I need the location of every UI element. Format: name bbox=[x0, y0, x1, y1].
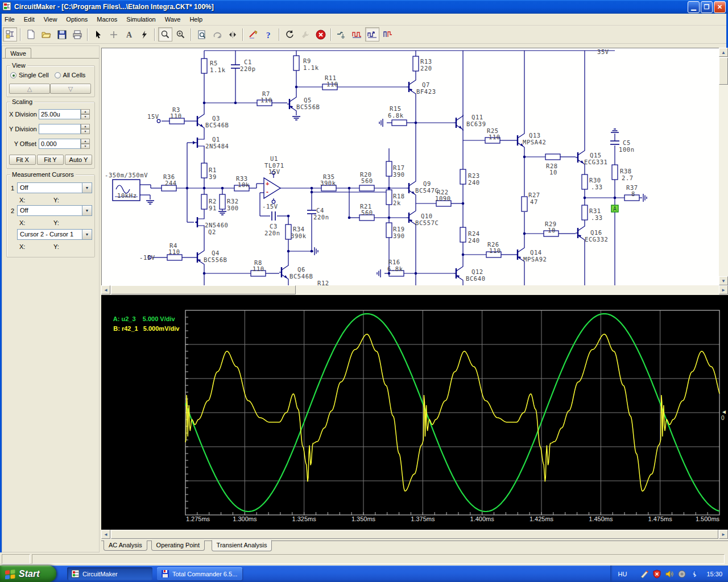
junction[interactable] bbox=[584, 197, 586, 199]
ground-symbol[interactable] bbox=[218, 211, 226, 215]
tab-transient-analysis[interactable]: Transient Analysis bbox=[212, 540, 272, 551]
menu-wave[interactable]: Wave bbox=[160, 14, 185, 24]
junction[interactable] bbox=[287, 215, 290, 218]
reset-button[interactable] bbox=[283, 27, 297, 41]
resistor[interactable] bbox=[582, 174, 588, 189]
tray-device-icon[interactable] bbox=[677, 569, 686, 579]
language-indicator[interactable]: HU bbox=[618, 571, 627, 577]
junction[interactable] bbox=[203, 187, 206, 190]
scroll-right-arrow[interactable]: ► bbox=[719, 285, 728, 294]
y-offset-input[interactable]: 0.000 bbox=[39, 139, 81, 149]
y-offset-spinner[interactable]: ▲▼ bbox=[81, 139, 90, 149]
auto-y-button[interactable]: Auto Y bbox=[65, 155, 92, 165]
waveform-horizontal-scrollbar[interactable]: ◄ ► bbox=[101, 530, 728, 539]
zoom-tool-button[interactable] bbox=[158, 27, 172, 41]
junction[interactable] bbox=[186, 187, 189, 190]
task-circuitmaker[interactable]: CircuitMaker bbox=[67, 567, 152, 580]
ground-symbol[interactable] bbox=[377, 269, 380, 277]
resistor[interactable] bbox=[386, 161, 392, 176]
menu-view[interactable]: View bbox=[39, 14, 62, 24]
ground-symbol[interactable] bbox=[146, 201, 154, 204]
scroll-left-arrow[interactable]: ◄ bbox=[101, 285, 110, 294]
junction[interactable] bbox=[388, 217, 391, 219]
schematic-vertical-scrollbar[interactable]: ▲ ▼ bbox=[719, 48, 728, 285]
resistor[interactable] bbox=[392, 120, 407, 126]
search-part-button[interactable] bbox=[195, 27, 209, 41]
resistor[interactable] bbox=[220, 194, 225, 209]
wave-scroll-right-arrow[interactable]: ► bbox=[719, 530, 728, 539]
stop-simulation-button[interactable] bbox=[313, 27, 328, 41]
menu-macros[interactable]: Macros bbox=[92, 14, 122, 24]
junction[interactable] bbox=[388, 187, 391, 190]
rotate-button[interactable] bbox=[210, 27, 224, 41]
prev-cell-button[interactable]: △ bbox=[9, 84, 50, 94]
ac-analysis-button[interactable] bbox=[350, 27, 364, 41]
resistor[interactable] bbox=[293, 56, 299, 70]
resistor[interactable] bbox=[413, 56, 419, 71]
maximize-button[interactable]: ❐ bbox=[701, 1, 713, 13]
terminal[interactable] bbox=[157, 119, 160, 123]
waveform-plot[interactable] bbox=[185, 310, 720, 516]
radio-single-cell[interactable]: Single Cell bbox=[10, 72, 49, 78]
resistor[interactable] bbox=[201, 163, 207, 178]
text-tool-button[interactable]: A bbox=[122, 27, 136, 41]
select-arrow-button[interactable] bbox=[91, 27, 105, 41]
junction[interactable] bbox=[311, 191, 313, 194]
resistor[interactable] bbox=[359, 185, 374, 191]
options-wrench-button[interactable] bbox=[298, 27, 312, 41]
y-division-spinner[interactable]: ▲▼ bbox=[81, 124, 90, 134]
resistor[interactable] bbox=[201, 59, 207, 73]
task-total[interactable]: Total Commander 6.5... bbox=[157, 567, 242, 580]
clock[interactable]: 15:30 bbox=[706, 571, 722, 577]
tray-volume-icon[interactable] bbox=[665, 569, 674, 579]
wave-scroll-left-arrow[interactable]: ◄ bbox=[101, 530, 110, 539]
print-button[interactable] bbox=[70, 27, 84, 41]
transient-analysis-button[interactable] bbox=[365, 27, 379, 41]
probe-tool-button[interactable] bbox=[246, 27, 260, 41]
junction[interactable] bbox=[415, 122, 417, 124]
ground-symbol[interactable] bbox=[643, 194, 647, 202]
ground-symbol[interactable] bbox=[315, 247, 318, 255]
waveform-panel[interactable]: A: u2_3 5.000 V/div B: r42_1 5.000mV/div… bbox=[101, 295, 728, 530]
mirror-button[interactable] bbox=[225, 27, 239, 41]
ground-symbol[interactable] bbox=[292, 117, 300, 120]
tray-bluetooth-icon[interactable] bbox=[690, 569, 699, 579]
junction[interactable] bbox=[462, 253, 465, 256]
ground-symbol[interactable] bbox=[379, 119, 383, 127]
resistor[interactable] bbox=[460, 227, 466, 242]
cursor-2-select[interactable]: Off▼ bbox=[17, 205, 92, 216]
resistor[interactable] bbox=[582, 205, 588, 220]
junction[interactable] bbox=[311, 187, 313, 190]
junction[interactable] bbox=[311, 250, 313, 253]
menu-options[interactable]: Options bbox=[61, 14, 92, 24]
fit-x-button[interactable]: Fit X bbox=[9, 155, 36, 165]
junction[interactable] bbox=[523, 156, 526, 159]
x-division-spinner[interactable]: ▲▼ bbox=[81, 109, 90, 119]
junction[interactable] bbox=[523, 232, 526, 235]
cursor-1-select[interactable]: Off▼ bbox=[17, 182, 92, 193]
junction[interactable] bbox=[614, 197, 617, 199]
cursor-diff-select[interactable]: Cursor 2 - Cursor 1▼ bbox=[17, 229, 92, 240]
new-file-button[interactable] bbox=[24, 27, 38, 41]
ground-symbol[interactable] bbox=[611, 129, 619, 132]
x-division-input[interactable]: 25.00u bbox=[39, 109, 81, 119]
save-file-button[interactable] bbox=[55, 27, 69, 41]
junction[interactable] bbox=[203, 102, 206, 105]
resistor[interactable] bbox=[522, 197, 527, 211]
tab-wave[interactable]: Wave bbox=[5, 48, 31, 59]
components-browser-button[interactable] bbox=[3, 27, 17, 41]
junction[interactable] bbox=[462, 202, 465, 205]
menu-file[interactable]: File bbox=[0, 14, 19, 24]
junction[interactable] bbox=[348, 187, 351, 190]
menu-edit[interactable]: Edit bbox=[19, 14, 39, 24]
y-division-input[interactable] bbox=[39, 124, 81, 134]
tab-ac-analysis[interactable]: AC Analysis bbox=[104, 541, 147, 551]
scroll-up-arrow[interactable]: ▲ bbox=[719, 48, 728, 57]
resistor[interactable] bbox=[386, 223, 392, 238]
place-part-button[interactable] bbox=[106, 27, 121, 41]
resistor[interactable] bbox=[167, 255, 182, 260]
fit-y-button[interactable]: Fit Y bbox=[37, 155, 64, 165]
resistor[interactable] bbox=[612, 165, 618, 180]
menu-help[interactable]: Help bbox=[185, 14, 207, 24]
start-button[interactable]: Start bbox=[0, 566, 56, 582]
